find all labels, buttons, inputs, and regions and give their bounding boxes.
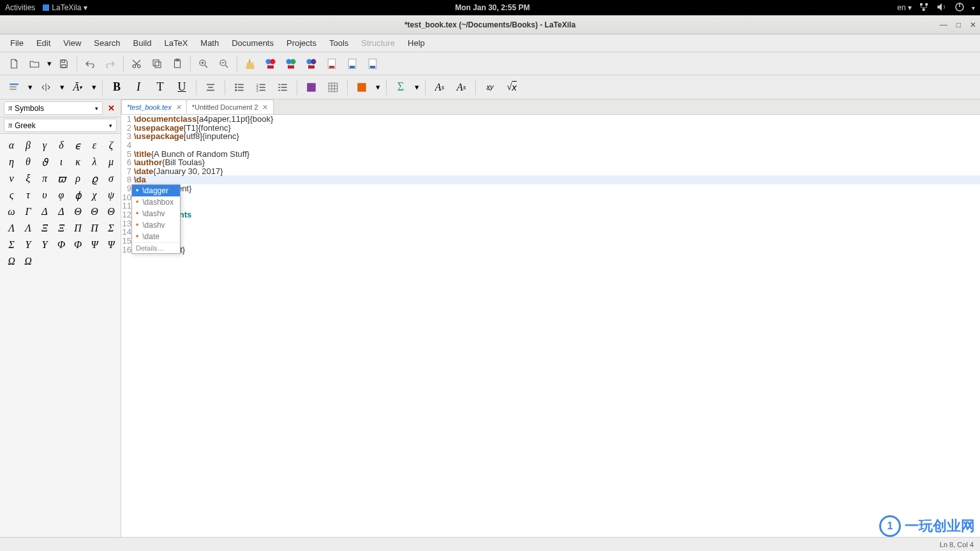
build-latex-ps-button[interactable] xyxy=(301,54,322,73)
lang-indicator[interactable]: en ▾ xyxy=(897,3,912,12)
code-line[interactable]: 1\documentclass[a4paper,11pt]{book} xyxy=(121,115,980,124)
symbol-cell[interactable]: ϖ xyxy=(54,171,69,186)
symbol-cell[interactable]: η xyxy=(4,154,19,170)
symbol-cell[interactable]: Ψ xyxy=(87,237,102,253)
symbol-cell[interactable]: Φ xyxy=(70,237,85,253)
references-dropdown[interactable]: ▾ xyxy=(57,78,66,97)
symbol-cell[interactable]: Θ xyxy=(87,204,102,219)
symbol-cell[interactable]: δ xyxy=(54,138,69,153)
sectioning-button[interactable] xyxy=(4,78,24,97)
symbol-cell[interactable]: Π xyxy=(87,221,102,236)
symbol-cell[interactable]: Ω xyxy=(20,254,36,269)
symbol-cell[interactable]: γ xyxy=(37,138,52,153)
table-button[interactable] xyxy=(323,78,343,97)
redo-button[interactable] xyxy=(100,54,121,73)
list-description-button[interactable] xyxy=(272,78,293,97)
autocomplete-item[interactable]: \date xyxy=(132,231,180,242)
symbol-cell[interactable]: ϵ xyxy=(70,138,85,153)
math-env-button[interactable] xyxy=(352,78,372,97)
save-button[interactable] xyxy=(54,54,74,73)
code-line[interactable]: 13 xyxy=(121,219,980,228)
autocomplete-item[interactable]: \dashv xyxy=(132,208,180,219)
menu-view[interactable]: View xyxy=(57,36,87,50)
symbol-cell[interactable]: ϑ xyxy=(37,154,52,170)
symbol-cell[interactable]: β xyxy=(20,138,36,153)
symbol-cell[interactable]: ε xyxy=(87,138,102,153)
symbol-cell[interactable]: ρ xyxy=(70,171,85,186)
math-sum-button[interactable]: Σ xyxy=(390,78,411,97)
subscript-button[interactable]: As xyxy=(451,78,471,97)
underline-button[interactable]: U xyxy=(172,78,192,97)
tab-close-icon[interactable]: ✕ xyxy=(175,103,181,112)
symbol-cell[interactable]: Υ xyxy=(37,237,52,253)
sectioning-dropdown[interactable]: ▾ xyxy=(26,78,34,97)
characters-button[interactable]: Ā▾ xyxy=(68,78,88,97)
center-button[interactable] xyxy=(200,78,221,97)
close-button[interactable]: ✕ xyxy=(970,20,976,29)
symbol-cell[interactable]: Λ xyxy=(4,221,19,236)
code-line[interactable]: 7\date{January 30, 2017} xyxy=(121,167,980,176)
menu-projects[interactable]: Projects xyxy=(280,36,323,50)
symbol-cell[interactable]: ζ xyxy=(103,138,119,153)
symbol-cell[interactable]: Π xyxy=(70,221,85,236)
list-itemize-button[interactable] xyxy=(229,78,249,97)
symbol-cell[interactable]: Σ xyxy=(103,221,119,236)
symbol-cell[interactable]: Θ xyxy=(70,204,85,219)
code-line[interactable]: 8\da xyxy=(121,175,980,184)
clean-build-button[interactable] xyxy=(240,54,260,73)
menu-documents[interactable]: Documents xyxy=(225,36,280,50)
clock[interactable]: Mon Jan 30, 2:55 PM xyxy=(87,3,897,12)
symbol-cell[interactable]: κ xyxy=(70,154,85,170)
menu-math[interactable]: Math xyxy=(194,36,225,50)
bold-button[interactable]: B xyxy=(107,78,127,97)
undo-button[interactable] xyxy=(80,54,100,73)
symbol-cell[interactable]: π xyxy=(37,171,52,186)
system-menu-chevron-icon[interactable]: ▾ xyxy=(972,4,975,11)
copy-button[interactable] xyxy=(147,54,167,73)
references-button[interactable] xyxy=(36,78,56,97)
paste-button[interactable] xyxy=(167,54,188,73)
tab-test-book[interactable]: *test_book.tex ✕ xyxy=(121,99,187,114)
code-line[interactable]: 4 xyxy=(121,141,980,150)
menu-latex[interactable]: LaTeX xyxy=(158,36,194,50)
symbol-cell[interactable]: ϕ xyxy=(70,187,85,203)
menu-tools[interactable]: Tools xyxy=(323,36,355,50)
symbol-cell[interactable]: τ xyxy=(20,187,36,203)
code-line[interactable]: 2\usepackage[T1]{fontenc} xyxy=(121,124,980,133)
menu-build[interactable]: Build xyxy=(127,36,158,50)
symbol-cell[interactable]: θ xyxy=(20,154,36,170)
symbol-cell[interactable]: α xyxy=(4,138,19,153)
sqrt-button[interactable]: √x xyxy=(501,78,522,97)
symbol-cell[interactable]: Δ xyxy=(37,204,52,219)
menu-edit[interactable]: Edit xyxy=(30,36,57,50)
autocomplete-item[interactable]: \dagger xyxy=(132,185,180,196)
symbol-cell[interactable]: λ xyxy=(87,154,102,170)
menu-help[interactable]: Help xyxy=(401,36,431,50)
symbol-cell[interactable]: Γ xyxy=(20,204,36,219)
cut-button[interactable] xyxy=(126,54,147,73)
list-enumerate-button[interactable]: 123 xyxy=(251,78,271,97)
code-line[interactable]: 16 ument} xyxy=(121,246,980,254)
math-sum-dropdown[interactable]: ▾ xyxy=(412,78,421,97)
symbol-cell[interactable]: Ω xyxy=(4,254,19,269)
tab-untitled-2[interactable]: *Untitled Document 2 ✕ xyxy=(186,99,274,114)
symbol-cell[interactable]: Θ xyxy=(103,204,119,219)
view-ps-button[interactable] xyxy=(362,54,383,73)
symbol-cell[interactable]: ι xyxy=(54,154,69,170)
symbol-cell[interactable]: ν xyxy=(4,171,19,186)
code-line[interactable]: 12 contents xyxy=(121,210,980,219)
symbol-cell[interactable]: Ξ xyxy=(37,221,52,236)
menu-search[interactable]: Search xyxy=(87,36,126,50)
code-line[interactable]: 9 pcument} xyxy=(121,184,980,193)
maximize-button[interactable]: □ xyxy=(956,20,961,29)
sidepanel-category-combo[interactable]: π Symbols ▾ xyxy=(4,101,103,115)
sidepanel-subcategory-combo[interactable]: π Greek ▾ xyxy=(4,119,117,132)
code-line[interactable]: 14 {} xyxy=(121,228,980,237)
build-latex-dvi-button[interactable] xyxy=(281,54,301,73)
activities-button[interactable]: Activities xyxy=(5,3,35,12)
italic-button[interactable]: I xyxy=(128,78,149,97)
code-editor[interactable]: 1\documentclass[a4paper,11pt]{book}2\use… xyxy=(121,115,980,537)
network-icon[interactable] xyxy=(918,1,930,15)
symbol-cell[interactable]: χ xyxy=(87,187,102,203)
code-line[interactable]: 3\usepackage[utf8]{inputenc} xyxy=(121,132,980,141)
